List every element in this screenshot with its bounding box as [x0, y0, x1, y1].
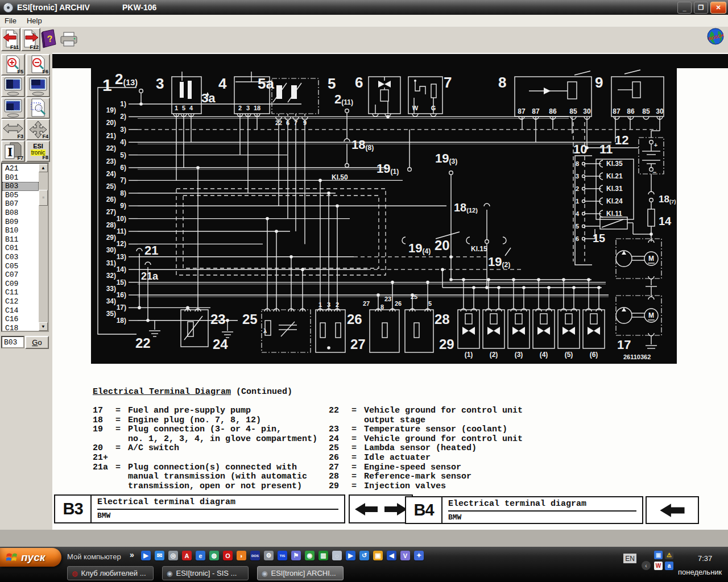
page-forward-button[interactable]: F12 — [21, 28, 40, 51]
list-item[interactable]: C05 — [2, 262, 39, 271]
taskbar-window-button[interactable]: ◉ESI[tronic] ARCHI... — [257, 566, 344, 580]
mail-icon[interactable]: ✉ — [155, 551, 164, 560]
screen-view-1-button[interactable] — [1, 76, 25, 97]
print-button[interactable] — [59, 31, 78, 51]
list-item[interactable]: B03 — [2, 182, 39, 191]
screen-view-3-button[interactable] — [1, 97, 25, 119]
fit-width-button[interactable]: F3 — [1, 119, 25, 140]
svg-text:30: 30 — [656, 107, 664, 115]
svg-text:(6): (6) — [590, 351, 598, 359]
list-item[interactable]: C12 — [2, 297, 39, 306]
update-icon[interactable]: ↺ — [359, 551, 369, 560]
webmoney-tray-icon[interactable]: W — [654, 562, 663, 570]
messenger-icon[interactable]: ◀ — [387, 551, 396, 560]
svg-text:86: 86 — [549, 107, 557, 115]
legend-item: 28=Reference-mark sensor — [329, 472, 568, 482]
language-indicator[interactable]: EN — [623, 554, 636, 563]
list-item[interactable]: C01 — [2, 244, 39, 253]
svg-text:20: 20 — [435, 238, 450, 253]
svg-text:31): 31) — [106, 259, 116, 267]
help-book-button[interactable]: ? — [40, 28, 58, 52]
svg-text:22): 22) — [106, 144, 116, 152]
scroll-up-button[interactable]: ▲ — [39, 164, 48, 172]
network-tray-icon[interactable]: ▣ — [654, 551, 663, 559]
list-item[interactable]: C03 — [2, 253, 39, 262]
footer-b3-title: Electrical terminal diagram — [97, 497, 338, 510]
vnc-icon[interactable]: V — [400, 551, 410, 560]
screen-view-2-button[interactable] — [26, 76, 50, 97]
alert-tray-icon[interactable]: ⚠ — [665, 551, 673, 559]
zoom-area-button[interactable] — [26, 97, 50, 119]
window-bottom-strip — [0, 530, 728, 547]
svg-text:M: M — [648, 255, 654, 263]
tis-icon[interactable]: TIS — [278, 551, 287, 560]
restore-button[interactable]: ❐ — [694, 2, 708, 14]
list-item[interactable]: C18 — [2, 324, 39, 331]
taskbar-window-button[interactable]: ◍Клуб любителей ... — [67, 566, 154, 580]
taskbar-window-icon: ◍ — [72, 569, 77, 577]
menu-help[interactable]: Help — [22, 15, 48, 26]
fit-page-button[interactable]: F4 — [26, 119, 50, 140]
page-back-button[interactable]: F11 — [1, 28, 20, 51]
g​ear-icon[interactable]: ⚙ — [264, 551, 274, 560]
legend-item: 20=A/C switch — [93, 444, 323, 454]
menu-file[interactable]: File — [0, 15, 22, 26]
quicklaunch-label[interactable]: Мой компьютер — [67, 552, 121, 561]
page-code-input[interactable] — [1, 336, 24, 348]
flag-icon[interactable]: ⚑ — [291, 551, 301, 560]
zoom-in-button[interactable]: F5 — [1, 54, 25, 76]
svg-text:5a: 5a — [258, 75, 274, 92]
list-item[interactable]: B05 — [2, 191, 39, 200]
list-item[interactable]: A21 — [2, 164, 39, 173]
taskbar-window-button[interactable]: ◉ESI[tronic] - SIS ... — [162, 566, 249, 580]
cd-icon[interactable]: ◌ — [332, 551, 342, 560]
list-item[interactable]: C14 — [2, 306, 39, 315]
list-item[interactable]: B11 — [2, 235, 39, 244]
list-item[interactable]: B08 — [2, 209, 39, 218]
footer-b3-nav — [349, 494, 413, 523]
oscilloscope-icon[interactable]: ▥ — [318, 551, 328, 560]
zoom-out-button[interactable]: F6 — [26, 54, 50, 76]
start-button[interactable]: пуск — [0, 548, 61, 567]
minimize-button[interactable]: _ — [677, 2, 692, 14]
list-item[interactable]: B09 — [2, 218, 39, 227]
list-item[interactable]: B07 — [2, 199, 39, 209]
close-button[interactable]: ✕ — [710, 2, 726, 14]
globe-icon[interactable]: ◍ — [209, 551, 219, 560]
opera-icon[interactable]: O — [223, 551, 233, 560]
list-item[interactable]: C11 — [2, 288, 39, 297]
svg-text:3: 3 — [576, 173, 579, 180]
esi-tronic-button[interactable]: ESI tronic F8 — [26, 140, 50, 162]
clock[interactable]: 7:37 — [698, 554, 712, 563]
next-page-arrow-icon[interactable] — [383, 502, 408, 517]
player2-icon[interactable]: ▶ — [346, 551, 355, 560]
media-player-icon[interactable]: ▶ — [141, 551, 151, 560]
list-item[interactable]: C09 — [2, 280, 39, 289]
list-scrollbar[interactable]: ▲ ≡ ▼ — [39, 164, 48, 331]
picasa-icon[interactable]: ▣ — [373, 551, 383, 560]
chevron-more-icon[interactable]: » — [130, 550, 134, 559]
document-area: MM1)2)3)4)5)6)7)8)9)10)11)12)13)14)15)16… — [52, 53, 728, 530]
prev-page-arrow-icon[interactable] — [659, 502, 686, 518]
scroll-down-button[interactable]: ▼ — [39, 322, 48, 331]
list-item[interactable]: C07 — [2, 271, 39, 280]
firefox-icon[interactable]: ◗ — [237, 551, 246, 560]
windows-flag-icon — [6, 552, 18, 563]
foxit-icon[interactable]: A — [182, 551, 192, 560]
go-button[interactable]: Go — [25, 336, 49, 349]
sphere-icon[interactable]: ✦ — [414, 551, 424, 560]
ie-icon[interactable]: e — [196, 551, 205, 560]
scroll-thumb[interactable]: ≡ — [39, 190, 48, 206]
svg-text:27: 27 — [350, 336, 366, 352]
search-icon[interactable]: ◎ — [168, 551, 178, 560]
list-item[interactable]: B01 — [2, 173, 39, 182]
prev-page-arrow-icon[interactable] — [354, 502, 379, 517]
green-globe-icon[interactable]: ◉ — [305, 551, 315, 560]
list-item[interactable]: B10 — [2, 226, 39, 235]
text-view-button[interactable]: I F7 — [1, 140, 25, 162]
svg-text:10: 10 — [573, 142, 587, 156]
agent-tray-icon[interactable]: a — [665, 562, 673, 570]
tray-chevron-icon[interactable]: ‹ — [642, 561, 651, 570]
list-item[interactable]: C16 — [2, 315, 39, 324]
dos-icon[interactable]: DOS — [250, 551, 260, 560]
